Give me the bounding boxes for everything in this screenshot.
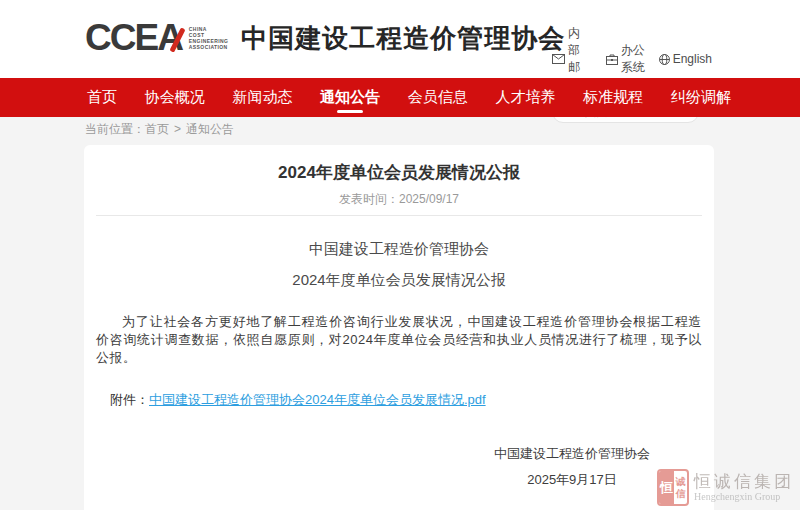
site-header: CCEA CHINA COST ENGINEERING ASSOCIATION …: [0, 0, 800, 78]
nav-item-training[interactable]: 人才培养: [494, 78, 558, 117]
breadcrumb-current: 通知公告: [186, 122, 234, 136]
utility-label: English: [673, 52, 712, 66]
nav-item-disputes[interactable]: 纠纷调解: [669, 78, 733, 117]
nav-item-standards[interactable]: 标准规程: [581, 78, 645, 117]
signature-date: 2025年9月17日: [462, 471, 682, 489]
article-signature: 中国建设工程造价管理协会 2025年9月17日: [462, 445, 682, 489]
nav-item-news[interactable]: 新闻动态: [230, 78, 294, 117]
breadcrumb: 当前位置：首页>通知公告: [85, 121, 234, 138]
briefcase-icon: [606, 54, 618, 65]
site-title: 中国建设工程造价管理协会: [241, 21, 565, 56]
title-divider: [96, 215, 702, 216]
article-title: 2024年度单位会员发展情况公报: [96, 145, 702, 184]
office-system-link[interactable]: 办公系统: [606, 42, 645, 76]
english-link[interactable]: English: [659, 52, 712, 66]
nav-item-about[interactable]: 协会概况: [143, 78, 207, 117]
nav-item-notices[interactable]: 通知公告: [318, 78, 382, 117]
ccea-logo-subtext: CHINA COST ENGINEERING ASSOCIATION: [189, 26, 228, 50]
main-nav-items: 首页 协会概况 新闻动态 通知公告 会员信息 人才培养 标准规程 纠纷调解: [85, 78, 733, 117]
breadcrumb-prefix: 当前位置：: [85, 122, 145, 136]
article-paragraph: 为了让社会各方更好地了解工程造价咨询行业发展状况，中国建设工程造价管理协会根据工…: [96, 313, 702, 367]
article-subtitle: 2024年度单位会员发展情况公报: [96, 271, 702, 289]
breadcrumb-separator: >: [174, 122, 181, 136]
breadcrumb-home-link[interactable]: 首页: [145, 122, 169, 136]
main-nav: 首页 协会概况 新闻动态 通知公告 会员信息 人才培养 标准规程 纠纷调解: [0, 78, 800, 117]
ccea-logo-text: CCEA: [85, 20, 182, 56]
article-card: 2024年度单位会员发展情况公报 发表时间：2025/09/17 中国建设工程造…: [84, 145, 714, 510]
attachment-row: 附件：中国建设工程造价管理协会2024年度单位会员发展情况.pdf: [96, 391, 702, 409]
mail-icon: [552, 54, 565, 64]
nav-item-members[interactable]: 会员信息: [406, 78, 470, 117]
attachment-pdf-link[interactable]: 中国建设工程造价管理协会2024年度单位会员发展情况.pdf: [149, 392, 486, 407]
globe-icon: [659, 54, 670, 65]
article-org-line: 中国建设工程造价管理协会: [96, 240, 702, 258]
article-publish-date: 发表时间：2025/09/17: [96, 192, 702, 207]
utility-label: 办公系统: [621, 42, 645, 76]
signature-org: 中国建设工程造价管理协会: [462, 445, 682, 463]
attachment-label: 附件：: [110, 392, 149, 407]
nav-item-home[interactable]: 首页: [85, 78, 119, 117]
site-logo[interactable]: CCEA CHINA COST ENGINEERING ASSOCIATION …: [85, 20, 565, 56]
